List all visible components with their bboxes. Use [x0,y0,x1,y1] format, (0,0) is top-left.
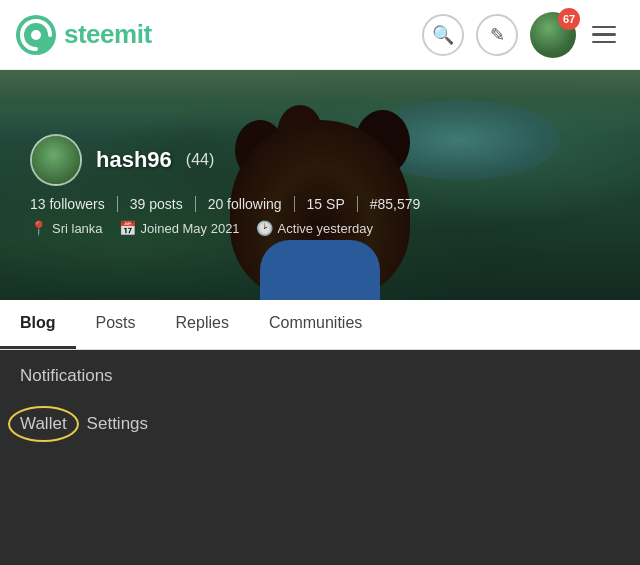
active-meta: 🕑 Active yesterday [256,220,373,236]
profile-header-row: hash96 (44) [30,134,610,186]
posts-stat[interactable]: 39 posts [118,196,196,212]
notification-badge: 67 [558,8,580,30]
tab-blog[interactable]: Blog [0,300,76,349]
search-icon: 🔍 [432,24,454,46]
tab-communities[interactable]: Communities [249,300,382,349]
rank-stat: #85,579 [358,196,433,212]
search-button[interactable]: 🔍 [422,14,464,56]
following-stat[interactable]: 20 following [196,196,295,212]
svg-point-1 [31,30,41,40]
location-text: Sri lanka [52,221,103,236]
profile-reputation: (44) [186,151,214,169]
wallet-nav-item[interactable]: Wallet [20,414,67,434]
location-icon: 📍 [30,220,47,236]
top-navigation: steemit 🔍 ✎ 67 [0,0,640,70]
profile-username: hash96 [96,147,172,173]
nav-actions: 🔍 ✎ 67 [422,12,624,58]
logo-area: steemit [16,15,422,55]
tab-posts[interactable]: Posts [76,300,156,349]
joined-text: Joined May 2021 [141,221,240,236]
profile-stats-row: 13 followers 39 posts 20 following 15 SP… [30,196,610,212]
tertiary-nav: Wallet Settings [0,402,640,446]
hamburger-menu-button[interactable] [588,17,624,53]
sp-stat: 15 SP [295,196,358,212]
calendar-icon: 📅 [119,220,136,236]
profile-mini-avatar-img [32,136,80,184]
compose-button[interactable]: ✎ [476,14,518,56]
settings-nav-item[interactable]: Settings [87,414,148,434]
hamburger-line-2 [592,33,616,36]
user-avatar-button[interactable]: 67 [530,12,576,58]
profile-info-overlay: hash96 (44) 13 followers 39 posts 20 fol… [0,70,640,300]
primary-tabs-section: Blog Posts Replies Communities [0,300,640,350]
clock-icon: 🕑 [256,220,273,236]
notifications-nav-item[interactable]: Notifications [20,366,113,386]
joined-meta: 📅 Joined May 2021 [119,220,240,236]
hamburger-line-3 [592,41,616,44]
steemit-logo-icon [16,15,56,55]
followers-stat[interactable]: 13 followers [30,196,118,212]
profile-banner: hash96 (44) 13 followers 39 posts 20 fol… [0,70,640,300]
primary-tabs: Blog Posts Replies Communities [0,300,640,349]
active-text: Active yesterday [278,221,373,236]
profile-mini-avatar[interactable] [30,134,82,186]
logo-text: steemit [64,19,152,50]
location-meta: 📍 Sri lanka [30,220,103,236]
hamburger-line-1 [592,26,616,29]
pencil-icon: ✎ [490,24,505,46]
profile-meta-row: 📍 Sri lanka 📅 Joined May 2021 🕑 Active y… [30,220,610,236]
tab-replies[interactable]: Replies [156,300,249,349]
secondary-nav: Notifications [0,350,640,402]
